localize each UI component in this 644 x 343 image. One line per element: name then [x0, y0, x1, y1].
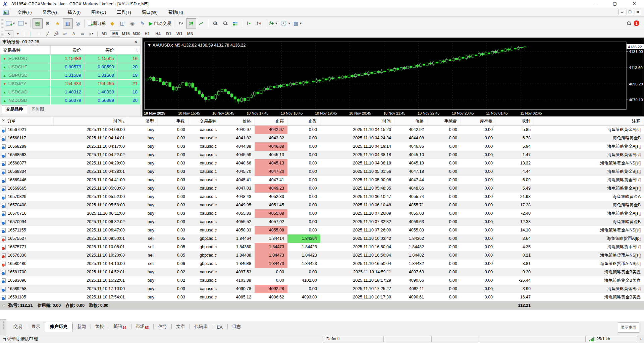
crosshair-tool-button[interactable]: +: [13, 30, 22, 37]
order-row[interactable]: 165696652025.11.10 05:03:00buy0.03xauusd…: [0, 184, 644, 193]
market-watch-row[interactable]: ▲NZDUSD0.563790.5639920: [0, 96, 141, 105]
status-connection-cell[interactable]: 25/1 kb: [586, 336, 638, 342]
order-row[interactable]: 165681172025.11.10 04:14:01buy0.03xauusd…: [0, 134, 644, 142]
orders-column-header[interactable]: 订单: [0, 117, 54, 126]
order-row[interactable]: 165755272025.11.10 09:50:01sell0.05gbpca…: [0, 234, 644, 243]
bar-chart-type-button[interactable]: [176, 18, 186, 28]
timeframe-button-m5[interactable]: M5: [110, 30, 120, 37]
orders-column-header[interactable]: 时间 ▴: [54, 117, 128, 126]
child-restore-button[interactable]: ❐: [627, 9, 633, 15]
market-watch-row[interactable]: ▲USDCAD1.403121.4033018: [0, 88, 141, 96]
orders-column-header[interactable]: 类型: [128, 117, 158, 126]
order-row[interactable]: 165817002025.11.10 14:52:01buy0.02xauusd…: [0, 268, 644, 276]
line-chart-type-button[interactable]: [196, 18, 206, 28]
order-row[interactable]: 165757712025.11.10 10:05:01sell0.05gbpca…: [0, 243, 644, 251]
minimize-button[interactable]: –: [586, 0, 605, 8]
text-tool-button[interactable]: A: [69, 30, 78, 37]
show-desktop-tooltip[interactable]: 显示桌面: [618, 322, 639, 333]
chart-shift-button[interactable]: [254, 18, 264, 28]
terminal-tab-EA[interactable]: EA: [212, 323, 227, 332]
orders-column-header[interactable]: 价格: [394, 117, 427, 126]
child-close-button[interactable]: ✕: [635, 9, 641, 15]
order-row[interactable]: 165711552025.11.10 06:47:00buy0.03xauusd…: [0, 226, 644, 234]
favorites-button[interactable]: ★: [53, 18, 63, 28]
new-chart-button[interactable]: +▼: [5, 18, 17, 28]
terminal-tab-警报[interactable]: 警报: [91, 322, 109, 332]
menu-item[interactable]: 帮助(H): [163, 8, 189, 17]
notifications-badge[interactable]: 1: [634, 20, 639, 26]
order-row[interactable]: 165703292025.11.10 05:52:00buy0.03xauusd…: [0, 193, 644, 201]
auto-scroll-button[interactable]: [244, 18, 254, 28]
terminal-tab-市场[interactable]: 市场83: [131, 322, 154, 332]
terminal-tab-新闻[interactable]: 新闻: [72, 322, 91, 332]
market-watch-row[interactable]: ▼USDJPY154.434154.45521: [0, 80, 141, 88]
order-row[interactable]: 165709942025.11.10 06:32:02buy0.03xauusd…: [0, 218, 644, 226]
market-watch-titlebar[interactable]: 市场报价: 03:27:28 ✕: [0, 38, 141, 46]
timeframe-button-mn[interactable]: MN: [185, 30, 195, 37]
close-button[interactable]: ✕: [625, 0, 644, 8]
market-watch-tab[interactable]: 交易品种: [2, 106, 27, 114]
status-profile-cell[interactable]: Default: [323, 336, 384, 342]
menu-item[interactable]: 图表(C): [86, 8, 111, 17]
label-tool-button[interactable]: ▭: [78, 30, 87, 37]
order-row[interactable]: 165688772025.11.10 04:29:00buy0.03xauusd…: [0, 159, 644, 167]
order-row[interactable]: 165693342025.11.10 04:38:01buy0.03xauusd…: [0, 167, 644, 176]
autotrading-button[interactable]: ▶自动交易: [148, 18, 173, 28]
history-center-button[interactable]: ◫: [117, 18, 127, 28]
crosshair-mode-button[interactable]: ⊕: [43, 18, 53, 28]
market-watch-close-icon[interactable]: ✕: [133, 40, 139, 44]
toolbar-grip[interactable]: [1, 31, 3, 36]
orders-column-header[interactable]: 获利: [496, 117, 534, 126]
horizontal-line-tool-button[interactable]: ─: [35, 30, 43, 37]
alerts-button[interactable]: ◆: [107, 18, 117, 28]
orders-column-header[interactable]: 价格: [220, 117, 255, 126]
orders-column-header[interactable]: 止损: [255, 117, 287, 126]
cursor-tool-button[interactable]: ↖: [5, 30, 13, 37]
order-row[interactable]: 165911852025.11.10 17:54:01buy0.03xauusd…: [0, 293, 644, 301]
menu-item[interactable]: 窗口(W): [137, 8, 163, 17]
price-chart[interactable]: 10 Nov 202510 Nov 15:4510 Nov 16:4510 No…: [143, 38, 644, 116]
order-row[interactable]: 165682892025.11.10 04:17:00buy0.03xauusd…: [0, 142, 644, 151]
column-bid[interactable]: 卖价: [51, 46, 84, 55]
fibonacci-tool-button[interactable]: ≡F: [61, 30, 69, 37]
market-depth-button[interactable]: ◉: [127, 18, 138, 28]
market-watch-row[interactable]: ▼EURUSD1.154891.1550516: [0, 55, 141, 63]
column-ask[interactable]: 买价: [84, 46, 117, 55]
profiles-button[interactable]: ▼: [17, 18, 29, 28]
timeframe-button-m1[interactable]: M1: [99, 30, 109, 37]
order-row[interactable]: 165707162025.11.10 06:11:00buy0.03xauusd…: [0, 209, 644, 218]
shapes-tool-button[interactable]: ⬦▼: [87, 30, 96, 37]
panel-close-icon[interactable]: ✕: [1, 118, 6, 123]
terminal-tab-文章[interactable]: 文章: [171, 322, 190, 332]
periods-button[interactable]: 🕐▼: [279, 18, 292, 28]
metaeditor-button[interactable]: ✎: [138, 18, 148, 28]
order-row[interactable]: 165704082025.11.10 05:58:00buy0.03xauusd…: [0, 201, 644, 209]
trendline-tool-button[interactable]: ╱: [43, 30, 52, 37]
market-watch-row[interactable]: ▲USDCHF0.805790.8059920: [0, 63, 141, 71]
search-button[interactable]: [624, 18, 634, 28]
candlestick-type-button[interactable]: [186, 18, 196, 28]
timeframe-button-w1[interactable]: W1: [174, 30, 184, 37]
timeframe-button-m30[interactable]: M30: [131, 30, 142, 37]
order-row[interactable]: 165830962025.11.10 15:22:01buy0.02xauusd…: [0, 276, 644, 285]
timeframe-button-m15[interactable]: M15: [121, 30, 131, 37]
market-watch-tab[interactable]: 即时图: [27, 106, 49, 114]
terminal-tab-邮箱[interactable]: 邮箱14: [109, 322, 131, 332]
order-row[interactable]: 165804802025.11.10 14:10:00sell0.06gbpca…: [0, 260, 644, 268]
order-row[interactable]: 165679212025.11.10 04:09:00buy0.03xauusd…: [0, 126, 644, 134]
terminal-tab-日志[interactable]: 日志: [227, 322, 246, 332]
orders-column-header[interactable]: 交易品种: [189, 117, 220, 126]
chart-window[interactable]: 10 Nov 202510 Nov 15:4510 Nov 16:4510 No…: [142, 38, 644, 117]
orders-column-header[interactable]: 库存费: [461, 117, 496, 126]
timeframe-button-h1[interactable]: H1: [142, 30, 152, 37]
new-order-button[interactable]: +新订单: [87, 18, 107, 28]
orders-column-header[interactable]: 注释: [534, 117, 644, 126]
vertical-line-tool-button[interactable]: │: [26, 30, 35, 37]
toolbar-grip[interactable]: [1, 19, 3, 28]
menu-item[interactable]: 显示(V): [37, 8, 62, 17]
market-watch-toggle-button[interactable]: ▥: [63, 18, 73, 28]
column-symbol[interactable]: 交易品种: [0, 46, 51, 55]
orders-column-header[interactable]: 止盈: [287, 117, 320, 126]
column-spread[interactable]: !: [117, 46, 141, 55]
terminal-tab-代码库[interactable]: 代码库: [190, 322, 212, 332]
